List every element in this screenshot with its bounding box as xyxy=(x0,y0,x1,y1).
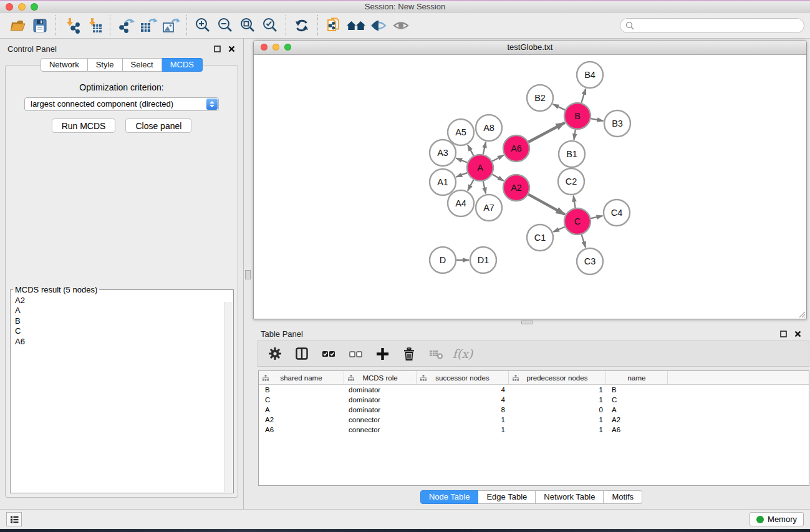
tab-mcds[interactable]: MCDS xyxy=(162,58,203,72)
column-header-name[interactable]: name xyxy=(606,371,668,384)
graph-edge-B-B1[interactable] xyxy=(574,130,575,140)
graph-edge-B-B2[interactable] xyxy=(553,104,566,110)
table-cell[interactable]: 1 xyxy=(509,395,606,405)
horizontal-splitter[interactable] xyxy=(244,319,810,326)
minimize-window-button[interactable] xyxy=(18,3,26,11)
column-header-successor-nodes[interactable]: successor nodes xyxy=(417,371,509,384)
deselect-all-button[interactable] xyxy=(345,343,366,364)
open-session-button[interactable] xyxy=(6,15,29,36)
refresh-button[interactable] xyxy=(291,15,313,36)
table-row[interactable]: Adominator80A xyxy=(259,405,809,415)
network-maximize-button[interactable] xyxy=(284,44,291,51)
table-cell[interactable]: C xyxy=(606,395,668,405)
graph-edge-A-A4[interactable] xyxy=(468,180,474,191)
show-columns-button[interactable] xyxy=(291,343,312,364)
close-table-panel-button[interactable] xyxy=(793,330,802,339)
table-row[interactable]: Cdominator41C xyxy=(259,395,809,405)
graph-edge-C-C1[interactable] xyxy=(553,227,565,232)
automation-panel-button[interactable] xyxy=(6,512,22,526)
table-cell[interactable]: 0 xyxy=(509,405,606,415)
table-cell[interactable]: B xyxy=(259,385,344,395)
graph-edge-C-C3[interactable] xyxy=(582,235,586,248)
result-item[interactable]: A6 xyxy=(15,337,233,347)
graph-edge-A-A5[interactable] xyxy=(468,145,474,156)
splitter-handle[interactable] xyxy=(245,270,251,279)
resize-grip-icon[interactable] xyxy=(797,309,806,318)
close-window-button[interactable] xyxy=(6,3,13,11)
graph-edge-B-B3[interactable] xyxy=(591,118,604,121)
column-header-shared-name[interactable]: shared name xyxy=(259,371,344,384)
table-cell[interactable]: 1 xyxy=(509,425,606,435)
table-cell[interactable]: 4 xyxy=(417,395,509,405)
tab-network-table[interactable]: Network Table xyxy=(536,490,604,504)
table-cell[interactable]: A2 xyxy=(606,415,668,425)
splitter-handle[interactable] xyxy=(521,321,533,324)
zoom-out-button[interactable] xyxy=(214,15,236,36)
table-row[interactable]: Bdominator41B xyxy=(259,385,809,395)
import-table-button[interactable] xyxy=(83,15,105,36)
tab-select[interactable]: Select xyxy=(123,58,162,72)
save-session-button[interactable] xyxy=(29,15,51,36)
float-table-panel-button[interactable] xyxy=(779,330,788,339)
table-cell[interactable]: 1 xyxy=(509,415,606,425)
select-all-button[interactable] xyxy=(318,343,339,364)
table-cell[interactable]: C xyxy=(259,395,344,405)
graph-edge-C-C2[interactable] xyxy=(574,196,576,208)
table-cell[interactable]: 1 xyxy=(509,385,606,395)
memory-button[interactable]: Memory xyxy=(750,512,804,526)
table-settings-button[interactable] xyxy=(264,343,286,364)
tab-style[interactable]: Style xyxy=(88,58,123,72)
graph-edge-A2-C[interactable] xyxy=(528,195,565,215)
table-cell[interactable]: dominator xyxy=(344,405,417,415)
graph-edge-A-A7[interactable] xyxy=(483,181,486,194)
table-cell[interactable]: dominator xyxy=(344,385,417,395)
table-cell[interactable]: 1 xyxy=(417,425,509,435)
run-mcds-button[interactable]: Run MCDS xyxy=(52,118,116,133)
graph-edge-B-B4[interactable] xyxy=(581,89,586,103)
column-header-MCDS-role[interactable]: MCDS role xyxy=(344,371,417,384)
tab-network[interactable]: Network xyxy=(41,58,88,72)
table-cell[interactable]: B xyxy=(606,385,668,395)
function-builder-button[interactable]: f(x) xyxy=(452,343,473,364)
export-table-button[interactable] xyxy=(137,15,160,36)
zoom-fit-button[interactable] xyxy=(236,15,259,36)
table-cell[interactable]: connector xyxy=(344,415,417,425)
table-cell[interactable]: 4 xyxy=(417,385,509,395)
graph-edge-A-A8[interactable] xyxy=(483,142,486,155)
result-item[interactable]: A2 xyxy=(15,296,233,306)
search-input[interactable] xyxy=(637,21,799,30)
result-item[interactable]: C xyxy=(15,326,233,336)
table-cell[interactable]: A6 xyxy=(606,425,668,435)
network-close-button[interactable] xyxy=(261,44,268,51)
table-row[interactable]: A2connector11A2 xyxy=(259,415,809,425)
table-cell[interactable]: A xyxy=(606,405,668,415)
table-cell[interactable]: A6 xyxy=(259,425,344,435)
criterion-select[interactable]: largest connected component (directed) xyxy=(24,97,219,111)
show-all-button[interactable] xyxy=(390,15,412,36)
export-network-button[interactable] xyxy=(115,15,137,36)
import-network-button[interactable] xyxy=(60,15,83,36)
table-cell[interactable]: dominator xyxy=(344,395,417,405)
table-cell[interactable]: connector xyxy=(344,425,417,435)
duplicate-network-button[interactable] xyxy=(322,15,345,36)
home-button[interactable] xyxy=(345,15,367,36)
graph-edge-A-A2[interactable] xyxy=(492,175,504,181)
graph-edge-C-C4[interactable] xyxy=(591,216,603,218)
table-cell[interactable]: A2 xyxy=(259,415,344,425)
zoom-selected-button[interactable] xyxy=(259,15,281,36)
graph-edge-A-A1[interactable] xyxy=(456,173,468,177)
network-view[interactable]: AA1A2A3A4A5A6A7A8BB1B2B3B4CC1C2C3C4DD1 xyxy=(254,55,806,319)
result-item[interactable]: A xyxy=(15,306,233,316)
result-scrollbar[interactable] xyxy=(224,302,233,492)
delete-table-button[interactable] xyxy=(425,343,446,364)
float-panel-button[interactable] xyxy=(213,45,221,54)
table-cell[interactable]: 8 xyxy=(417,405,509,415)
export-image-button[interactable] xyxy=(160,15,182,36)
create-column-button[interactable] xyxy=(372,343,393,364)
maximize-window-button[interactable] xyxy=(31,3,38,11)
result-item[interactable]: B xyxy=(15,316,233,326)
hide-selected-button[interactable] xyxy=(367,15,390,36)
close-panel-button[interactable] xyxy=(227,45,236,54)
network-window-titlebar[interactable]: testGlobe.txt xyxy=(254,41,806,55)
graph-edge-A-A6[interactable] xyxy=(492,155,503,162)
